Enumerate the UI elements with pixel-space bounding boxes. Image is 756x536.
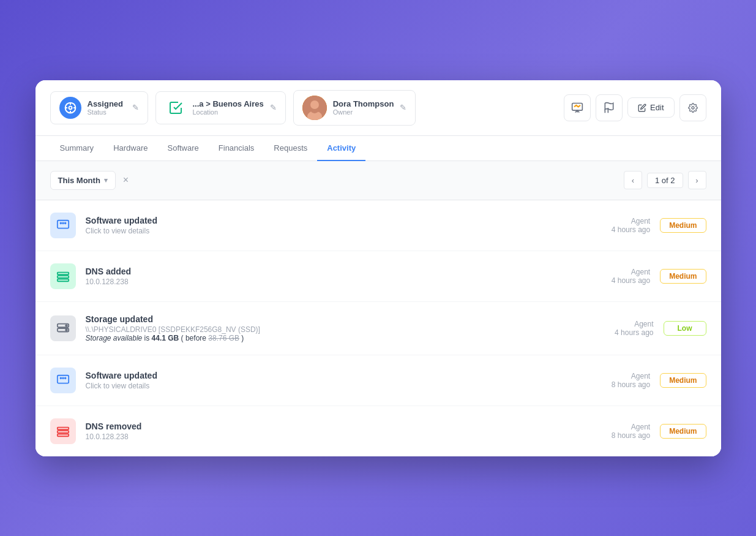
activity-agent: Agent	[612, 423, 650, 431]
svg-point-1	[69, 106, 72, 109]
monitor-button[interactable]	[564, 94, 591, 121]
activity-title: DNS removed	[86, 421, 602, 431]
severity-badge: Low	[664, 321, 706, 336]
svg-rect-29	[57, 427, 68, 429]
settings-button[interactable]	[679, 94, 706, 121]
tab-software[interactable]: Software	[157, 136, 208, 161]
edit-label: Edit	[650, 103, 664, 112]
activity-item[interactable]: Software updated Click to view details A…	[36, 200, 721, 251]
flag-button[interactable]	[596, 94, 623, 121]
activity-subtitle: Click to view details	[86, 382, 602, 390]
activity-item[interactable]: DNS added 10.0.128.238 Agent 4 hours ago…	[36, 251, 721, 302]
owner-edit-icon: ✎	[400, 103, 406, 112]
activity-agent: Agent	[612, 372, 650, 380]
activity-title: DNS added	[86, 266, 602, 276]
activity-meta: Agent 4 hours ago	[612, 217, 650, 234]
activity-meta: Agent 4 hours ago	[612, 268, 650, 285]
activity-agent: Agent	[612, 268, 650, 276]
svg-rect-14	[57, 220, 68, 228]
owner-avatar	[302, 96, 327, 120]
activity-icon-software	[50, 213, 76, 238]
activity-agent: Agent	[615, 320, 653, 328]
svg-point-13	[692, 107, 694, 109]
activity-title: Software updated	[86, 216, 602, 225]
asset-header: Assigned Status ✎ ...a > Buenos Aires Lo…	[36, 80, 721, 136]
activity-icon-storage	[50, 315, 76, 341]
owner-name: Dora Thompson	[333, 99, 394, 108]
svg-rect-19	[57, 276, 68, 278]
activity-right: Agent 4 hours ago Medium	[612, 217, 706, 234]
status-icon	[59, 97, 81, 119]
filter-bar: This Month ▾ × ‹ 1 of 2 ›	[36, 161, 721, 200]
pagination: ‹ 1 of 2 ›	[624, 171, 706, 189]
status-edit-icon: ✎	[132, 103, 139, 112]
activity-meta: Agent 4 hours ago	[615, 320, 653, 337]
activity-info: Software updated Click to view details	[86, 216, 602, 235]
activity-subtitle: 10.0.128.238	[86, 432, 602, 441]
clear-filter-button[interactable]: ×	[123, 175, 129, 185]
activity-list: Software updated Click to view details A…	[36, 200, 721, 456]
svg-point-28	[64, 377, 65, 379]
activity-item[interactable]: Storage updated \\.\PHYSICALDRIVE0 [SSDP…	[36, 302, 721, 355]
activity-time: 4 hours ago	[612, 276, 650, 285]
tab-activity[interactable]: Activity	[317, 136, 365, 161]
activity-time: 8 hours ago	[612, 380, 650, 389]
activity-info: Software updated Click to view details	[86, 371, 602, 390]
activity-meta: Agent 8 hours ago	[612, 372, 650, 389]
activity-item[interactable]: Software updated Click to view details A…	[36, 355, 721, 406]
severity-badge: Medium	[660, 269, 706, 284]
activity-subtitle: \\.\PHYSICALDRIVE0 [SSDPEKKF256G8_NV (SS…	[86, 325, 605, 334]
edit-button[interactable]: Edit	[627, 97, 674, 118]
svg-point-7	[310, 100, 319, 109]
next-page-button[interactable]: ›	[688, 171, 706, 189]
page-info: 1 of 2	[647, 173, 683, 188]
filter-chevron-icon: ▾	[104, 176, 108, 184]
activity-time: 4 hours ago	[612, 225, 650, 234]
severity-badge: Medium	[660, 424, 706, 439]
svg-rect-18	[57, 272, 68, 274]
location-label: ...a > Buenos Aires	[193, 99, 264, 108]
header-actions: Edit	[564, 94, 706, 121]
activity-subtitle: Click to view details	[86, 227, 602, 235]
location-edit-icon: ✎	[270, 103, 277, 112]
activity-right: Agent 8 hours ago Medium	[612, 423, 706, 440]
location-item[interactable]: ...a > Buenos Aires Location ✎	[155, 91, 286, 124]
activity-title: Storage updated	[86, 314, 605, 324]
svg-point-15	[60, 222, 61, 224]
status-item[interactable]: Assigned Status ✎	[50, 91, 148, 124]
storage-description: Storage available is 44.1 GB ( before 38…	[86, 334, 605, 342]
tab-summary[interactable]: Summary	[50, 136, 104, 161]
tab-hardware[interactable]: Hardware	[103, 136, 157, 161]
owner-item[interactable]: Dora Thompson Owner ✎	[293, 90, 416, 126]
svg-rect-20	[57, 279, 68, 281]
activity-info: DNS added 10.0.128.238	[86, 266, 602, 286]
activity-agent: Agent	[612, 217, 650, 225]
activity-right: Agent 8 hours ago Medium	[612, 372, 706, 389]
svg-rect-31	[57, 434, 68, 436]
main-card: Assigned Status ✎ ...a > Buenos Aires Lo…	[36, 80, 721, 456]
owner-role: Owner	[333, 108, 394, 116]
svg-point-16	[62, 222, 64, 224]
prev-page-button[interactable]: ‹	[624, 171, 642, 189]
activity-info: DNS removed 10.0.128.238	[86, 421, 602, 441]
filter-button[interactable]: This Month ▾	[50, 171, 116, 190]
activity-area: This Month ▾ × ‹ 1 of 2 ›	[36, 161, 721, 456]
activity-subtitle: 10.0.128.238	[86, 277, 602, 286]
activity-icon-dns	[50, 263, 76, 289]
activity-info: Storage updated \\.\PHYSICALDRIVE0 [SSDP…	[86, 314, 605, 342]
svg-point-26	[60, 377, 61, 379]
activity-item[interactable]: DNS removed 10.0.128.238 Agent 8 hours a…	[36, 406, 721, 456]
activity-title: Software updated	[86, 371, 602, 380]
tab-requests[interactable]: Requests	[264, 136, 317, 161]
activity-meta: Agent 8 hours ago	[612, 423, 650, 440]
svg-point-23	[65, 325, 67, 327]
activity-time: 4 hours ago	[615, 328, 653, 337]
activity-icon-dns-removed	[50, 418, 76, 444]
svg-point-17	[64, 222, 65, 224]
severity-badge: Medium	[660, 218, 706, 233]
total-pages: 2	[670, 176, 675, 185]
tab-financials[interactable]: Financials	[209, 136, 264, 161]
activity-right: Agent 4 hours ago Medium	[612, 268, 706, 285]
location-icon	[165, 97, 187, 119]
status-label: Assigned	[88, 99, 124, 108]
